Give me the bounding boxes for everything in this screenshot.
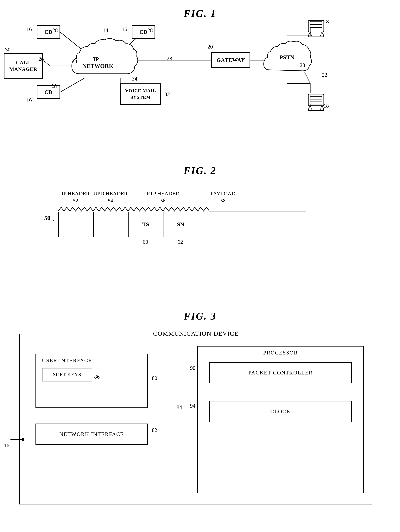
svg-line-28 [320, 32, 322, 37]
ip-header-label: IP HEADER 52 [58, 190, 93, 204]
ref-94: 94 [190, 403, 195, 409]
ref-28-1: 28 [52, 27, 58, 33]
clock-box: CLOCK [209, 401, 352, 422]
ref-62: 62 [163, 239, 198, 245]
packet-diagram: IP HEADER 52 UPD HEADER 54 RTP HEADER 56… [39, 190, 310, 245]
ref-34-1: 34 [72, 58, 77, 64]
ref-28-2: 28 [147, 27, 153, 33]
svg-rect-21 [310, 21, 322, 23]
ref-16-3: 16 [26, 97, 32, 103]
svg-marker-40 [22, 437, 24, 441]
comm-device-title: COMMUNICATION DEVICE [149, 330, 243, 337]
svg-text:NETWORK: NETWORK [82, 63, 114, 69]
ref-82: 82 [152, 427, 157, 433]
svg-line-36 [310, 106, 312, 111]
ref-28-6: 28 [300, 62, 305, 68]
comm-device-outer: COMMUNICATION DEVICE USER INTERFACE SOFT… [19, 334, 372, 504]
ref-34-2: 34 [132, 76, 137, 82]
svg-text:PSTN: PSTN [280, 54, 294, 60]
ref-22: 22 [322, 72, 327, 78]
fig2-title: FIG. 2 [0, 165, 400, 176]
rtp-header-label: RTP HEADER 56 [128, 190, 198, 204]
udp-header-label: UPD HEADER 54 [93, 190, 128, 204]
soft-keys-box: SOFT KEYS [42, 368, 92, 381]
svg-line-13 [43, 60, 50, 66]
ip-network-cloud: IP NETWORK [68, 35, 138, 85]
svg-text:IP: IP [93, 56, 99, 62]
sn-cell: SN [163, 212, 198, 237]
ts-cell: TS [129, 212, 163, 237]
payload-cell [198, 212, 248, 237]
ref-80: 80 [152, 375, 157, 381]
ip-header-cell [59, 212, 94, 237]
right-panel: PROCESSOR PACKET CONTROLLER CLOCK 90 94 [197, 346, 364, 493]
fig1-title: FIG. 1 [0, 8, 400, 19]
fig3-arrow [8, 435, 24, 444]
ref-32: 32 [164, 91, 170, 97]
gateway-box: GATEWAY [211, 52, 250, 68]
user-interface-label: USER INTERFACE [42, 357, 92, 364]
ref-30: 30 [5, 47, 11, 53]
ref-20: 20 [207, 44, 213, 50]
fig1-section: FIG. 1 [0, 8, 400, 159]
call-manager-box: CALL MANAGER [4, 53, 43, 79]
left-panel: USER INTERFACE SOFT KEYS 86 80 NETWORK I… [28, 346, 175, 493]
ref-28-3: 28 [38, 56, 44, 62]
ref-60: 60 [128, 239, 163, 245]
ref-16-2: 16 [122, 26, 127, 32]
phone-icon-top [306, 19, 326, 43]
ref-86: 86 [94, 374, 100, 380]
svg-line-27 [310, 32, 312, 37]
phone-icon-bottom [306, 93, 326, 116]
ref-28-5: 28 [51, 83, 57, 89]
sub-labels: 60 62 [58, 239, 310, 245]
zigzag-svg [58, 206, 310, 212]
payload-label: PAYLOAD 58 [198, 190, 248, 204]
vms-box: VOICE MAILSYSTEM [120, 83, 161, 105]
ref-14: 14 [103, 27, 108, 33]
ref-84: 84 [177, 404, 182, 410]
svg-line-37 [320, 106, 322, 111]
svg-rect-30 [310, 95, 322, 97]
ref-90: 90 [190, 365, 195, 371]
pstn-cloud: PSTN [262, 35, 312, 78]
ref-16-1: 16 [26, 26, 32, 32]
ui-box: USER INTERFACE SOFT KEYS 86 [36, 354, 148, 408]
udp-header-cell [94, 212, 129, 237]
packet-controller-box: PACKET CONTROLLER [209, 362, 352, 383]
fig3-section: FIG. 3 COMMUNICATION DEVICE USER INTERFA… [0, 310, 400, 524]
ref-18-1: 18 [323, 19, 329, 25]
processor-label: PROCESSOR [263, 350, 298, 356]
ref-28-4: 28 [167, 56, 172, 62]
packet-cells: TS SN [58, 212, 248, 237]
packet-arrow: → [49, 216, 56, 224]
ref-18-2: 18 [323, 103, 329, 109]
network-interface-box: NETWORK INTERFACE [36, 424, 148, 445]
fig2-section: FIG. 2 IP HEADER 52 UPD HEADER 54 RTP HE… [0, 165, 400, 293]
fig3-title: FIG. 3 [0, 310, 400, 322]
